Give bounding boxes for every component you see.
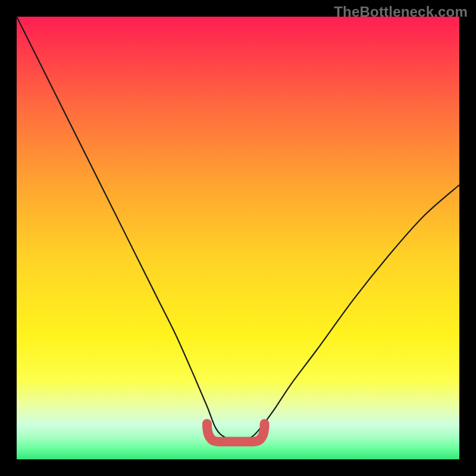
bottleneck-curve bbox=[17, 17, 459, 441]
curve-svg bbox=[17, 17, 459, 459]
chart-frame: TheBottleneck.com bbox=[0, 0, 476, 476]
plot-area bbox=[17, 17, 459, 459]
